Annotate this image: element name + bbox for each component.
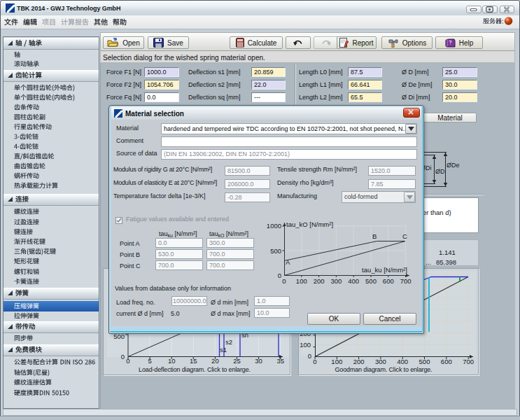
svg-text:20: 20 bbox=[211, 357, 219, 365]
svg-text:s1: s1 bbox=[220, 346, 227, 354]
svg-text:600: 600 bbox=[441, 358, 452, 365]
svg-text:500: 500 bbox=[419, 358, 430, 365]
svg-text:tau_ku [N/mm²]: tau_ku [N/mm²] bbox=[362, 266, 407, 274]
svg-text:30: 30 bbox=[255, 357, 262, 365]
svg-text:s2: s2 bbox=[225, 338, 232, 346]
svg-text:0: 0 bbox=[126, 357, 129, 365]
svg-text:300: 300 bbox=[330, 277, 342, 285]
svg-text:C: C bbox=[402, 232, 407, 240]
svg-text:5: 5 bbox=[148, 357, 151, 365]
svg-text:35: 35 bbox=[276, 357, 284, 365]
svg-text:tau_kO [N/mm²]: tau_kO [N/mm²] bbox=[286, 220, 333, 228]
svg-text:200: 200 bbox=[353, 358, 365, 365]
svg-text:Goodman diagram. Click to enla: Goodman diagram. Click to enlarge. bbox=[335, 366, 433, 373]
svg-text:300: 300 bbox=[375, 358, 386, 365]
svg-text:10: 10 bbox=[168, 357, 176, 365]
svg-text:0: 0 bbox=[313, 358, 316, 365]
svg-text:0: 0 bbox=[121, 353, 125, 360]
svg-text:500: 500 bbox=[365, 277, 377, 285]
svg-text:200: 200 bbox=[314, 277, 325, 285]
svg-text:600: 600 bbox=[383, 277, 394, 285]
svg-text:500: 500 bbox=[270, 247, 281, 255]
svg-text:700: 700 bbox=[463, 358, 474, 365]
svg-text:100: 100 bbox=[331, 358, 342, 365]
svg-text:0: 0 bbox=[282, 277, 286, 285]
svg-text:100: 100 bbox=[296, 277, 307, 285]
svg-text:700: 700 bbox=[400, 277, 412, 285]
svg-text:400: 400 bbox=[348, 277, 359, 285]
svg-text:A: A bbox=[286, 258, 290, 266]
svg-text:100: 100 bbox=[300, 341, 311, 349]
svg-text:15: 15 bbox=[190, 357, 197, 365]
svg-text:B: B bbox=[372, 232, 377, 240]
svg-text:0: 0 bbox=[308, 352, 311, 360]
svg-text:Load-deflection diagram. Click: Load-deflection diagram. Click to enlarg… bbox=[139, 366, 251, 373]
svg-text:25: 25 bbox=[233, 357, 241, 365]
svg-text:400: 400 bbox=[397, 358, 408, 365]
svg-text:1000: 1000 bbox=[267, 222, 281, 230]
svg-text:0: 0 bbox=[278, 272, 281, 279]
